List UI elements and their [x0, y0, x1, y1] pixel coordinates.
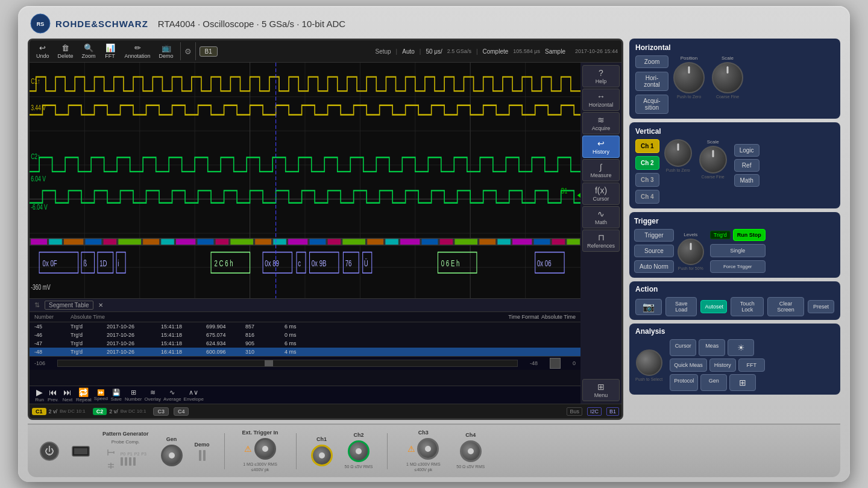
measure-menu-item[interactable]: ∫ Measure [582, 159, 620, 181]
ch3-connector-label: Ch3 [418, 430, 429, 436]
analysis-title: Analysis [635, 327, 834, 336]
table-row-selected[interactable]: -48 Trg'd 2017-10-26 16:41:18 600.096 31… [30, 348, 580, 356]
table-row[interactable]: -46 Trg'd 2017-10-26 15:41:18 675.074 81… [30, 331, 580, 339]
action-section: Action 📷 Save Load Autoset Touch Lock Cl… [629, 281, 840, 320]
channel-bar: C1 2 v/ Bw DC 10:1 C2 2 v/ Bw DC 10:1 C3… [30, 404, 621, 418]
segment-table-close[interactable]: ✕ [98, 302, 103, 308]
help-menu-item[interactable]: ? Help [582, 65, 620, 87]
clear-screen-button[interactable]: Clear Screen [767, 297, 804, 316]
acq-time: 105.584 μs [513, 48, 540, 54]
trigger-button[interactable]: Trigger [634, 229, 674, 242]
single-button[interactable]: Single [710, 244, 766, 257]
math-menu-item[interactable]: ∿ Math [582, 206, 620, 228]
undo-button[interactable]: ↩ Undo [33, 42, 52, 60]
prev-button[interactable]: ⏮ Prev. [47, 387, 59, 402]
ch4-button[interactable]: Ch 4 [635, 190, 659, 204]
table-row[interactable]: -47 Trg'd 2017-10-26 15:41:18 624.934 90… [30, 339, 580, 348]
horizontal-scale-knob[interactable] [712, 62, 743, 93]
envelope-button[interactable]: ∧∨ Envelope [184, 389, 204, 402]
setup-button[interactable]: Setup [375, 48, 391, 55]
brightness-btn[interactable]: ☀ [728, 339, 754, 356]
average-button[interactable]: ∿ Average [163, 389, 181, 402]
grid-btn[interactable]: ⊞ [729, 374, 756, 391]
b1-ch-indicator[interactable]: B1 [606, 407, 619, 416]
ch1-bnc [311, 445, 333, 466]
svg-rect-47 [512, 239, 532, 245]
ch3-indicator[interactable]: C3 [153, 407, 169, 416]
run-button[interactable]: ▶ Run [34, 387, 45, 402]
history-btn[interactable]: History [709, 358, 736, 372]
demo-button[interactable]: 📺 Demo [156, 42, 177, 60]
horizontal-button[interactable]: Hori-zontal [635, 72, 668, 91]
references-menu-item[interactable]: ⊓ References [582, 230, 620, 252]
acquire-menu-item[interactable]: ≋ Acquire [582, 112, 620, 134]
logic-button[interactable]: Logic [734, 144, 760, 157]
horizontal-menu-item[interactable]: ↔ Horizontal [582, 89, 620, 111]
ch4-spec: 50 Ω ≤5V RMS [456, 465, 485, 469]
cursor-btn[interactable]: Cursor [670, 339, 696, 356]
separator-2 [296, 433, 297, 469]
side-menu: ? Help ↔ Horizontal ≋ Acquire ↩ History [580, 63, 621, 404]
references-icon: ⊓ [598, 233, 605, 242]
history-menu-item[interactable]: ↩ History [582, 136, 620, 158]
auto-norm-button[interactable]: Auto Norm [634, 260, 674, 273]
time-format-value[interactable]: Absolute Time [541, 314, 576, 320]
ch4-indicator[interactable]: C4 [174, 407, 189, 416]
trigger-section: Trigger Trigger Source Auto Norm Levels … [629, 212, 840, 278]
save-load-button[interactable]: Save Load [665, 297, 697, 316]
meas-btn[interactable]: Meas [699, 339, 725, 356]
trigger-levels-knob[interactable] [678, 239, 704, 265]
svg-rect-32 [230, 239, 253, 245]
main-menu-item[interactable]: ⊞ Menu [582, 379, 620, 401]
table-row[interactable]: -45 Trg'd 2017-10-26 15:41:18 699.904 85… [30, 322, 580, 331]
save-button[interactable]: 💾 Save [110, 389, 122, 402]
protocol-btn[interactable]: Protocol [670, 374, 698, 391]
ch1-indicator[interactable]: C1 [32, 408, 46, 415]
delete-button[interactable]: 🗑 Delete [55, 42, 77, 60]
ch2-indicator[interactable]: C2 [93, 408, 107, 415]
autoset-button[interactable]: Autoset [700, 300, 727, 313]
i2c-indicator[interactable]: I2C [587, 407, 602, 416]
acquisition-button[interactable]: Acqui-sition [635, 95, 668, 114]
ch2-button[interactable]: Ch 2 [635, 156, 659, 170]
overlay-button[interactable]: ≋ Overlay [144, 389, 161, 402]
svg-text:2 C 6 h: 2 C 6 h [214, 258, 233, 268]
gen-btn[interactable]: Gen [700, 374, 727, 391]
cursor-menu-item[interactable]: f(x) Cursor [582, 183, 620, 205]
repeat-button[interactable]: 🔁 Repeat [76, 387, 92, 402]
power-button[interactable]: ⏻ [40, 442, 59, 461]
source-button[interactable]: Source [634, 245, 674, 257]
camera-button[interactable]: 📷 [635, 299, 662, 315]
force-trigger-button[interactable]: Force Trigger [710, 260, 766, 273]
preset-button[interactable]: Preset [808, 300, 834, 313]
annotation-button[interactable]: ✏ Annotation [122, 42, 154, 60]
svg-rect-33 [255, 239, 271, 245]
ref-button[interactable]: Ref [734, 159, 760, 172]
bus-indicator[interactable]: Bus [567, 407, 582, 416]
horizontal-position-knob[interactable] [673, 62, 705, 93]
run-stop-button[interactable]: Run Stop [733, 229, 766, 241]
zoom-button[interactable]: 🔍 Zoom [79, 42, 99, 60]
vertical-scale-knob[interactable] [699, 146, 727, 174]
p0-label: P0 [121, 452, 126, 456]
scroll-icon[interactable]: ⇅ [34, 301, 40, 309]
zoom-button[interactable]: Zoom [635, 55, 668, 68]
touch-lock-button[interactable]: Touch Lock [731, 297, 764, 316]
fft-button[interactable]: 📊 FFT [101, 42, 119, 60]
ch3-button[interactable]: Ch 3 [635, 173, 659, 187]
svg-text:76: 76 [345, 258, 352, 268]
next-button[interactable]: ⏭ Next [61, 387, 74, 402]
quick-meas-btn[interactable]: Quick Meas [670, 358, 707, 372]
math-button[interactable]: Math [734, 174, 760, 187]
nav-slider[interactable] [57, 360, 518, 367]
vertical-section: Vertical Ch 1 Ch 2 Ch 3 Ch 4 Push to Zer… [629, 122, 840, 208]
ch1-button[interactable]: Ch 1 [635, 139, 659, 153]
zoom-icon: 🔍 [84, 43, 93, 52]
analysis-knob[interactable] [636, 349, 662, 376]
speed-button[interactable]: ⏩ Speed [94, 389, 108, 401]
number-button[interactable]: ⊞ Number [125, 389, 142, 402]
fft-btn[interactable]: FFT [738, 358, 765, 372]
vertical-position-knob[interactable] [664, 139, 692, 167]
svg-rect-49 [552, 239, 565, 245]
settings-icon[interactable]: ⚙ [184, 47, 192, 56]
